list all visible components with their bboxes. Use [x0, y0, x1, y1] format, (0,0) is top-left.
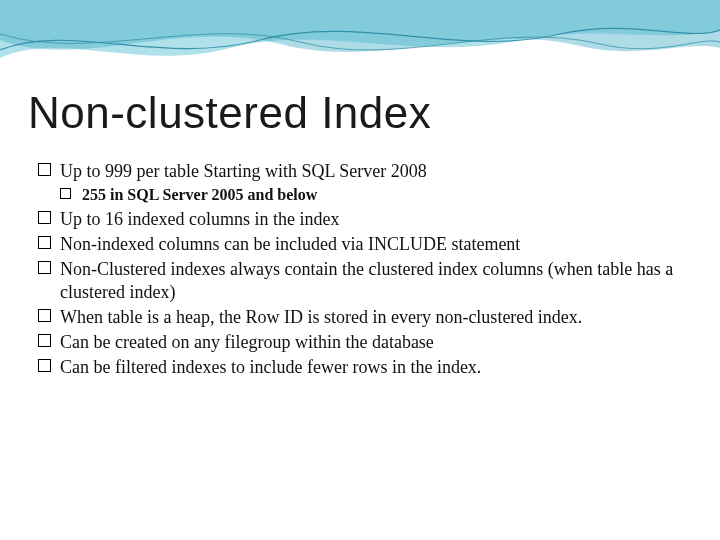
slide-body: Up to 999 per table Starting with SQL Se…: [38, 158, 690, 381]
list-item: 255 in SQL Server 2005 and below: [60, 185, 690, 205]
wave-decoration: [0, 0, 720, 80]
list-item: Up to 999 per table Starting with SQL Se…: [38, 160, 690, 183]
list-item: Non-indexed columns can be included via …: [38, 233, 690, 256]
list-item: Can be filtered indexes to include fewer…: [38, 356, 690, 379]
slide: Non-clustered Index Up to 999 per table …: [0, 0, 720, 540]
list-item: When table is a heap, the Row ID is stor…: [38, 306, 690, 329]
list-item: Up to 16 indexed columns in the index: [38, 208, 690, 231]
list-item: Non-Clustered indexes always contain the…: [38, 258, 690, 304]
list-item: Can be created on any filegroup within t…: [38, 331, 690, 354]
slide-title: Non-clustered Index: [28, 88, 431, 138]
